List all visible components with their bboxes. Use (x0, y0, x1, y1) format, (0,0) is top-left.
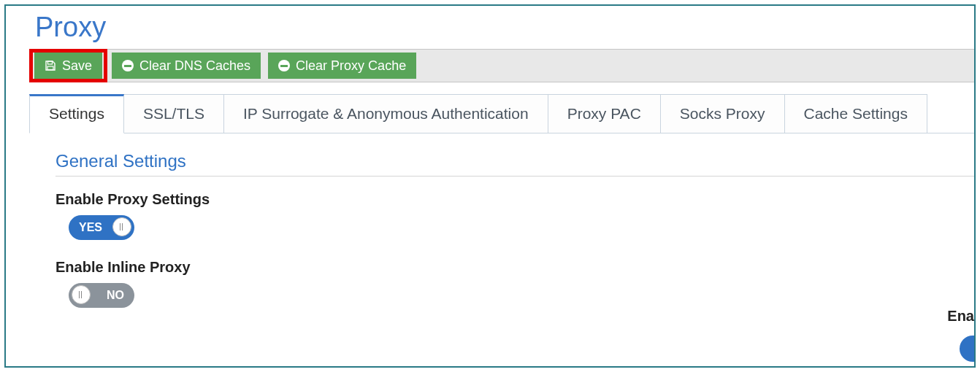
tab-settings[interactable]: Settings (29, 94, 124, 133)
tab-label: IP Surrogate & Anonymous Authentication (243, 105, 529, 122)
save-icon (45, 60, 56, 71)
toggle-knob-icon (112, 217, 131, 236)
clear-proxy-cache-button[interactable]: Clear Proxy Cache (268, 53, 416, 79)
tab-label: Proxy PAC (567, 105, 641, 122)
minus-circle-icon (278, 60, 290, 71)
tab-cache-settings[interactable]: Cache Settings (784, 94, 927, 133)
minus-circle-icon (122, 60, 134, 71)
enable-proxy-toggle[interactable]: YES (69, 215, 134, 240)
setting-enable-proxy: Enable Proxy Settings YES (55, 191, 974, 243)
toggle-value: YES (79, 221, 102, 234)
save-button-highlight: Save (29, 49, 107, 82)
tab-content: General Settings Enable Proxy Settings Y… (6, 133, 974, 311)
tabs: Settings SSL/TLS IP Surrogate & Anonymou… (29, 94, 974, 133)
partial-setting-label: Ena (947, 308, 974, 325)
toolbar: Save Clear DNS Caches Clear Proxy Cache (29, 49, 974, 82)
tab-ssl-tls[interactable]: SSL/TLS (123, 94, 224, 133)
clear-proxy-label: Clear Proxy Cache (296, 58, 406, 74)
enable-inline-toggle[interactable]: NO (69, 283, 134, 308)
toggle-knob-icon (72, 285, 91, 304)
tab-label: SSL/TLS (143, 105, 204, 122)
clear-dns-label: Clear DNS Caches (139, 58, 250, 74)
toggle-value: NO (107, 289, 124, 302)
clear-dns-caches-button[interactable]: Clear DNS Caches (112, 53, 261, 79)
partial-toggle[interactable] (960, 336, 974, 362)
save-button[interactable]: Save (34, 53, 102, 79)
page-title: Proxy (6, 6, 974, 49)
tab-socks-proxy[interactable]: Socks Proxy (660, 94, 785, 133)
svg-rect-0 (48, 61, 53, 64)
tab-label: Cache Settings (804, 105, 908, 122)
tab-proxy-pac[interactable]: Proxy PAC (548, 94, 661, 133)
tab-label: Settings (49, 105, 104, 122)
proxy-page-frame: Proxy Save Clear DNS Caches Clear Proxy … (4, 4, 976, 368)
setting-label: Enable Proxy Settings (55, 191, 974, 208)
section-title: General Settings (55, 151, 974, 177)
setting-label: Enable Inline Proxy (55, 259, 974, 276)
tab-ip-surrogate[interactable]: IP Surrogate & Anonymous Authentication (223, 94, 548, 133)
setting-enable-inline: Enable Inline Proxy NO (55, 259, 974, 311)
tab-label: Socks Proxy (680, 105, 765, 122)
svg-rect-1 (47, 66, 53, 70)
save-button-label: Save (62, 58, 92, 74)
